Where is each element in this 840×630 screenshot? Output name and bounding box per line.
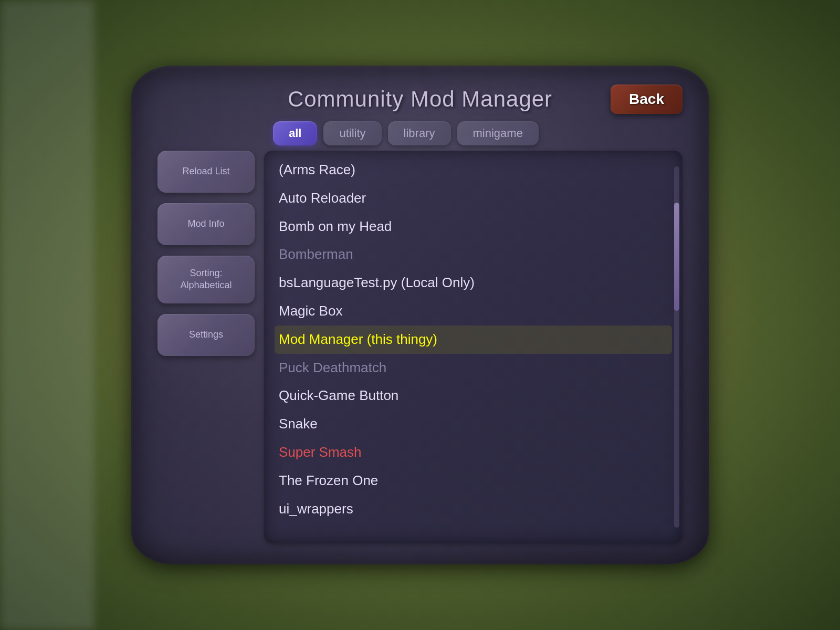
sidebar: Reload List Mod Info Sorting:Alphabetica… — [158, 151, 255, 543]
list-item-selected[interactable]: Mod Manager (this thingy) — [275, 326, 672, 354]
list-item[interactable]: Super Smash — [275, 438, 672, 467]
list-item[interactable]: The Frozen One — [275, 467, 672, 495]
header-row: Community Mod Manager Back — [158, 87, 682, 112]
tab-library[interactable]: library — [388, 121, 451, 145]
list-item[interactable]: Bomb on my Head — [275, 213, 672, 241]
mod-list: (Arms Race) Auto Reloader Bomb on my Hea… — [264, 156, 682, 538]
list-item[interactable]: (Arms Race) — [275, 156, 672, 184]
bg-blur-decoration — [0, 0, 94, 630]
mod-list-panel: (Arms Race) Auto Reloader Bomb on my Hea… — [264, 151, 682, 543]
sorting-button[interactable]: Sorting:Alphabetical — [158, 256, 255, 303]
list-item[interactable]: Bomberman — [275, 240, 672, 269]
list-item[interactable]: bsLanguageTest.py (Local Only) — [275, 269, 672, 297]
list-item[interactable]: Auto Reloader — [275, 184, 672, 213]
content-area: Reload List Mod Info Sorting:Alphabetica… — [158, 151, 682, 543]
back-button[interactable]: Back — [611, 85, 682, 114]
mod-info-button[interactable]: Mod Info — [158, 203, 255, 245]
list-item[interactable]: Magic Box — [275, 297, 672, 326]
scrollbar[interactable] — [674, 166, 679, 528]
list-item[interactable]: ui_wrappers — [275, 495, 672, 523]
filter-tabs: all utility library minigame — [273, 121, 682, 145]
list-item[interactable]: Puck Deathmatch — [275, 354, 672, 382]
main-panel: Community Mod Manager Back all utility l… — [131, 66, 709, 564]
list-item[interactable]: Quick-Game Button — [275, 382, 672, 410]
reload-list-button[interactable]: Reload List — [158, 151, 255, 193]
app-title: Community Mod Manager — [288, 87, 552, 112]
scroll-thumb — [674, 203, 679, 311]
tab-minigame[interactable]: minigame — [457, 121, 539, 145]
settings-button[interactable]: Settings — [158, 314, 255, 356]
list-item[interactable]: Snake — [275, 410, 672, 438]
tab-utility[interactable]: utility — [323, 121, 381, 145]
tab-all[interactable]: all — [273, 121, 317, 145]
